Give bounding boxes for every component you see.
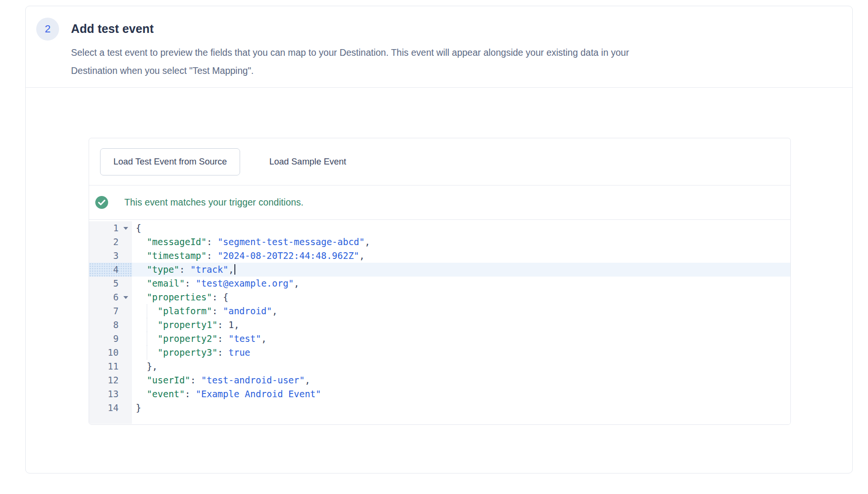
line-number: 10 xyxy=(108,347,119,358)
code-token: "event" xyxy=(147,389,185,399)
indent xyxy=(136,264,147,275)
code-line-3[interactable]: 3 "timestamp": "2024-08-20T22:44:48.962Z… xyxy=(89,249,790,263)
code-line-4[interactable]: 4 "type": "track", xyxy=(89,263,790,277)
code-token: , xyxy=(234,319,239,330)
code-token: "type" xyxy=(147,264,180,275)
code-token: true xyxy=(229,347,251,358)
line-number: 13 xyxy=(108,389,119,399)
step-description: Select a test event to preview the field… xyxy=(71,43,629,80)
code-line-14[interactable]: 14} xyxy=(89,401,790,415)
code-line-8[interactable]: 8 "property1": 1, xyxy=(89,318,790,332)
step-number-badge: 2 xyxy=(36,18,59,41)
code-line-6[interactable]: 6 "properties": { xyxy=(89,290,790,304)
code-token: "email" xyxy=(147,278,185,288)
text-cursor xyxy=(234,264,235,275)
status-message: This event matches your trigger conditio… xyxy=(124,197,303,208)
indent xyxy=(136,278,147,288)
code-token: "segment-test-message-abcd" xyxy=(218,237,365,247)
line-number: 8 xyxy=(113,319,119,330)
indent xyxy=(136,250,147,261)
gutter-cell: 7 xyxy=(89,304,132,318)
fold-arrow-icon[interactable] xyxy=(123,296,128,299)
gutter-cell: 10 xyxy=(89,346,132,360)
load-sample-event-button[interactable]: Load Sample Event xyxy=(256,148,359,175)
code-content[interactable]: "property1": 1, xyxy=(132,318,790,332)
gutter-cell: 9 xyxy=(89,332,132,346)
step-body: Load Test Event from Source Load Sample … xyxy=(26,88,852,425)
indent xyxy=(136,375,147,385)
line-number: 1 xyxy=(113,223,119,233)
code-token: "2024-08-20T22:44:48.962Z" xyxy=(218,250,359,261)
code-token: "property1" xyxy=(158,319,218,330)
code-token: , xyxy=(294,278,299,288)
code-token: , xyxy=(364,237,370,247)
code-content[interactable]: }, xyxy=(132,360,790,373)
line-number: 11 xyxy=(108,361,119,371)
gutter-cell: 13 xyxy=(89,387,132,401)
code-token: : xyxy=(212,306,223,316)
gutter-cell: 12 xyxy=(89,373,132,387)
code-token: "android" xyxy=(223,306,272,316)
code-content[interactable]: "type": "track", xyxy=(132,263,790,277)
code-token: , xyxy=(272,306,277,316)
code-line-12[interactable]: 12 "userId": "test-android-user", xyxy=(89,373,790,387)
description-line-1: Select a test event to preview the field… xyxy=(71,43,629,62)
gutter-cell: 11 xyxy=(89,360,132,373)
code-line-9[interactable]: 9 "property2": "test", xyxy=(89,332,790,346)
code-content[interactable]: } xyxy=(132,401,790,415)
code-content[interactable]: "messageId": "segment-test-message-abcd"… xyxy=(132,235,790,249)
code-token: "timestamp" xyxy=(147,250,207,261)
line-number: 3 xyxy=(113,250,119,261)
code-content[interactable]: "event": "Example Android Event" xyxy=(132,387,790,401)
json-editor[interactable]: 1{2 "messageId": "segment-test-message-a… xyxy=(89,220,790,425)
indent-guide-line xyxy=(147,332,147,346)
code-token: "Example Android Event" xyxy=(196,389,321,399)
code-content[interactable]: "timestamp": "2024-08-20T22:44:48.962Z", xyxy=(132,249,790,263)
code-line-7[interactable]: 7 "platform": "android", xyxy=(89,304,790,318)
load-test-event-button[interactable]: Load Test Event from Source xyxy=(100,148,240,175)
code-token: : { xyxy=(212,292,228,302)
code-content[interactable]: "property2": "test", xyxy=(132,332,790,346)
code-line-11[interactable]: 11 }, xyxy=(89,360,790,373)
indent-guide-line xyxy=(147,346,147,360)
line-number: 4 xyxy=(113,264,119,275)
code-token: , xyxy=(261,333,266,344)
code-token: : xyxy=(180,264,191,275)
code-line-10[interactable]: 10 "property3": true xyxy=(89,346,790,360)
step-number: 2 xyxy=(45,23,50,35)
code-token: "test-android-user" xyxy=(201,375,304,385)
code-content[interactable]: "email": "test@example.org", xyxy=(132,277,790,290)
line-number: 5 xyxy=(113,278,119,288)
header-text: Add test event Select a test event to pr… xyxy=(71,18,629,80)
fold-arrow-icon[interactable] xyxy=(123,227,128,230)
code-token: "property3" xyxy=(158,347,218,358)
code-content[interactable]: "userId": "test-android-user", xyxy=(132,373,790,387)
indent xyxy=(136,361,147,371)
code-content[interactable]: "platform": "android", xyxy=(132,304,790,318)
code-token: : xyxy=(218,319,229,330)
code-token: } xyxy=(136,402,141,413)
code-token: }, xyxy=(147,361,158,371)
code-line-2[interactable]: 2 "messageId": "segment-test-message-abc… xyxy=(89,235,790,249)
code-content[interactable]: "property3": true xyxy=(132,346,790,360)
code-token: : xyxy=(218,333,229,344)
code-content[interactable]: "properties": { xyxy=(132,290,790,304)
line-number: 14 xyxy=(108,402,119,413)
code-line-13[interactable]: 13 "event": "Example Android Event" xyxy=(89,387,790,401)
line-number: 7 xyxy=(113,306,119,316)
code-filler-cell xyxy=(132,415,790,424)
description-line-2: Destination when you select "Test Mappin… xyxy=(71,62,629,80)
code-content[interactable]: { xyxy=(132,221,790,235)
gutter-cell: 2 xyxy=(89,235,132,249)
gutter-cell: 14 xyxy=(89,401,132,415)
trigger-match-banner: This event matches your trigger conditio… xyxy=(89,185,790,220)
gutter-cell: 1 xyxy=(89,221,132,235)
code-line-1[interactable]: 1{ xyxy=(89,221,790,235)
code-line-5[interactable]: 5 "email": "test@example.org", xyxy=(89,277,790,290)
gutter-cell: 8 xyxy=(89,318,132,332)
event-source-toolbar: Load Test Event from Source Load Sample … xyxy=(89,138,790,185)
code-token: "track" xyxy=(190,264,228,275)
step-header: 2 Add test event Select a test event to … xyxy=(26,6,852,88)
code-token: "properties" xyxy=(147,292,212,302)
code-token: : xyxy=(207,237,218,247)
